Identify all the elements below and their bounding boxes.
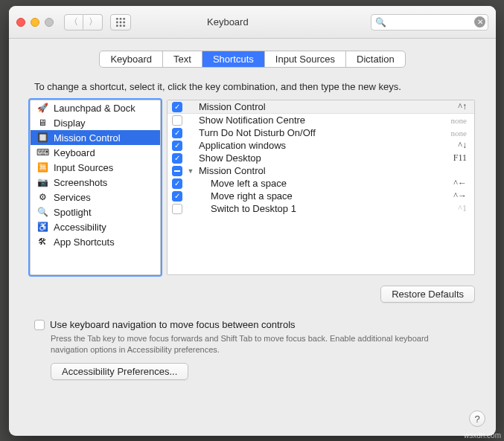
shortcut-keys[interactable]: none bbox=[438, 116, 467, 125]
sidebar-item-label: Display bbox=[54, 118, 86, 129]
shortcut-label: Move left a space bbox=[199, 178, 434, 189]
shortcut-keys[interactable]: ^→ bbox=[438, 190, 467, 202]
zoom-icon[interactable] bbox=[45, 18, 54, 27]
svg-point-6 bbox=[116, 25, 118, 27]
sidebar-item-input-sources[interactable]: 🈚Input Sources bbox=[31, 160, 160, 175]
close-icon[interactable] bbox=[16, 18, 25, 27]
show-all-button[interactable] bbox=[110, 14, 131, 30]
tab-input-sources[interactable]: Input Sources bbox=[265, 51, 346, 67]
shortcut-keys[interactable]: F11 bbox=[438, 152, 467, 164]
forward-button[interactable]: 〉 bbox=[83, 14, 103, 30]
shortcut-checkbox[interactable] bbox=[172, 166, 182, 176]
shortcut-checkbox[interactable]: ✓ bbox=[172, 178, 182, 189]
shortcut-label: Turn Do Not Disturb On/Off bbox=[199, 127, 434, 138]
watermark: wsxdn.com bbox=[464, 431, 501, 440]
window-controls bbox=[16, 18, 54, 27]
svg-point-0 bbox=[116, 17, 118, 19]
window-title: Keyboard bbox=[207, 16, 249, 28]
sidebar-icon: 🖥 bbox=[36, 117, 48, 129]
sidebar-item-label: Services bbox=[54, 192, 91, 203]
sidebar-item-accessibility[interactable]: ♿Accessibility bbox=[31, 219, 160, 234]
shortcut-row[interactable]: ✓Move right a space^→ bbox=[168, 190, 474, 202]
sidebar-icon: ⚙ bbox=[36, 191, 48, 203]
shortcut-row[interactable]: Show Notification Centrenone bbox=[168, 114, 474, 126]
back-button[interactable]: 〈 bbox=[64, 14, 83, 30]
sidebar-item-keyboard[interactable]: ⌨Keyboard bbox=[31, 145, 160, 160]
shortcut-checkbox[interactable]: ✓ bbox=[172, 191, 182, 202]
sidebar-icon: 🛠 bbox=[36, 236, 48, 248]
sidebar-item-services[interactable]: ⚙Services bbox=[31, 190, 160, 205]
svg-point-7 bbox=[120, 25, 122, 27]
shortcut-checkbox[interactable]: ✓ bbox=[172, 102, 182, 112]
shortcut-row[interactable]: ✓Turn Do Not Disturb On/Offnone bbox=[168, 126, 474, 139]
kb-nav-subtext: Press the Tab key to move focus forwards… bbox=[51, 333, 468, 355]
shortcut-checkbox[interactable] bbox=[172, 115, 182, 126]
search-field[interactable]: 🔍 ✕ bbox=[371, 14, 488, 30]
sidebar-icon: 🚀 bbox=[36, 102, 48, 114]
sidebar-icon: ♿ bbox=[36, 221, 48, 233]
tab-dictation[interactable]: Dictation bbox=[346, 51, 405, 67]
sidebar-item-launchpad-dock[interactable]: 🚀Launchpad & Dock bbox=[31, 100, 160, 115]
svg-point-2 bbox=[123, 17, 125, 19]
clear-search-icon[interactable]: ✕ bbox=[474, 16, 485, 28]
sidebar-item-screenshots[interactable]: 📷Screenshots bbox=[31, 175, 160, 190]
sidebar-item-label: Spotlight bbox=[54, 207, 92, 218]
instruction-text: To change a shortcut, select it, click t… bbox=[34, 81, 475, 92]
shortcut-label: Switch to Desktop 1 bbox=[199, 203, 434, 214]
shortcut-keys[interactable]: ^↓ bbox=[438, 140, 467, 151]
titlebar: 〈 〉 Keyboard 🔍 ✕ bbox=[9, 6, 496, 39]
disclosure-icon[interactable]: ▼ bbox=[187, 167, 194, 175]
sidebar-item-label: Input Sources bbox=[54, 162, 113, 173]
shortcut-label: Show Notification Centre bbox=[199, 115, 434, 126]
shortcut-label: Show Desktop bbox=[199, 152, 434, 164]
shortcut-row[interactable]: ✓Mission Control^↑ bbox=[168, 100, 474, 114]
sidebar-item-label: App Shortcuts bbox=[54, 236, 115, 248]
sidebar-icon: 🈚 bbox=[36, 161, 48, 173]
shortcut-keys[interactable]: none bbox=[438, 129, 467, 138]
svg-point-1 bbox=[120, 17, 122, 19]
grid-icon bbox=[115, 17, 126, 28]
category-sidebar[interactable]: 🚀Launchpad & Dock🖥Display🔲Mission Contro… bbox=[30, 100, 161, 275]
shortcut-checkbox[interactable]: ✓ bbox=[172, 128, 182, 138]
svg-point-4 bbox=[120, 21, 122, 23]
minimize-icon[interactable] bbox=[31, 18, 39, 27]
sidebar-item-spotlight[interactable]: 🔍Spotlight bbox=[31, 205, 160, 219]
shortcut-row[interactable]: ▼Mission Control bbox=[168, 164, 474, 177]
sidebar-icon: 📷 bbox=[36, 176, 48, 188]
shortcut-checkbox[interactable] bbox=[172, 204, 182, 214]
kb-nav-checkbox[interactable] bbox=[34, 320, 45, 330]
search-input[interactable] bbox=[371, 14, 488, 30]
shortcut-label: Mission Control bbox=[199, 165, 434, 176]
shortcut-row[interactable]: ✓Application windows^↓ bbox=[168, 139, 474, 152]
shortcut-list[interactable]: ✓Mission Control^↑Show Notification Cent… bbox=[167, 100, 475, 275]
accessibility-preferences-button[interactable]: Accessibility Preferences... bbox=[51, 363, 188, 380]
shortcut-keys[interactable]: ^1 bbox=[438, 203, 467, 214]
sidebar-item-app-shortcuts[interactable]: 🛠App Shortcuts bbox=[31, 234, 160, 249]
sidebar-item-mission-control[interactable]: 🔲Mission Control bbox=[31, 130, 160, 145]
svg-point-5 bbox=[123, 21, 125, 23]
sidebar-item-label: Screenshots bbox=[54, 177, 107, 188]
shortcut-keys[interactable]: ^↑ bbox=[438, 101, 467, 112]
preferences-window: 〈 〉 Keyboard 🔍 ✕ KeyboardTextShortcutsIn… bbox=[9, 6, 496, 436]
tab-keyboard[interactable]: Keyboard bbox=[100, 51, 163, 67]
sidebar-item-label: Mission Control bbox=[54, 132, 121, 144]
tab-text[interactable]: Text bbox=[163, 51, 202, 67]
shortcut-label: Move right a space bbox=[199, 190, 434, 202]
sidebar-item-label: Keyboard bbox=[54, 147, 95, 158]
help-button[interactable]: ? bbox=[469, 411, 485, 427]
sidebar-item-label: Accessibility bbox=[54, 222, 106, 233]
shortcut-checkbox[interactable]: ✓ bbox=[172, 141, 182, 151]
search-icon: 🔍 bbox=[375, 17, 386, 28]
shortcut-checkbox[interactable]: ✓ bbox=[172, 153, 182, 164]
shortcut-row[interactable]: Switch to Desktop 1^1 bbox=[168, 202, 474, 215]
svg-point-8 bbox=[123, 25, 125, 27]
restore-defaults-button[interactable]: Restore Defaults bbox=[380, 286, 475, 303]
shortcut-row[interactable]: ✓Move left a space^← bbox=[168, 177, 474, 190]
sidebar-icon: 🔍 bbox=[36, 206, 48, 218]
shortcut-row[interactable]: ✓Show DesktopF11 bbox=[168, 152, 474, 164]
tab-bar: KeyboardTextShortcutsInput SourcesDictat… bbox=[9, 39, 496, 74]
sidebar-item-display[interactable]: 🖥Display bbox=[31, 115, 160, 130]
tab-shortcuts[interactable]: Shortcuts bbox=[202, 51, 265, 67]
kb-nav-checkbox-row[interactable]: Use keyboard navigation to move focus be… bbox=[34, 319, 475, 330]
shortcut-keys[interactable]: ^← bbox=[438, 178, 467, 189]
